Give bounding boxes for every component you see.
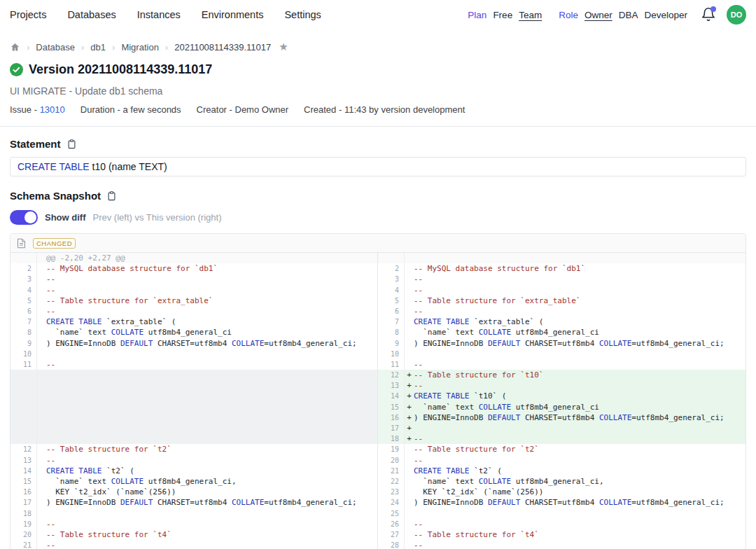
role-dba[interactable]: DBA [619,10,638,20]
show-diff-label: Show diff [45,212,86,223]
diff-row: 20-- [378,455,746,466]
diff-pane-current: 2-- MySQL database structure for `db1`3-… [378,253,746,549]
diff-row: 9) ENGINE=InnoDB DEFAULT CHARSET=utf8mb4… [378,338,746,349]
diff-row: 8 `name` text COLLATE utf8mb4_general_ci [10,327,377,338]
diff-row: 11-- [378,359,746,370]
diff-row: 12+-- Table structure for `t10` [378,370,746,380]
meta-created: Created - 11:43 by version development [304,104,465,115]
issue-label: Issue - [10,104,37,115]
breadcrumb-database[interactable]: Database [36,42,75,53]
diff-row: 17) ENGINE=InnoDB DEFAULT CHARSET=utf8mb… [10,497,377,508]
diff-row: 21-- [10,540,377,549]
diff-row: 19-- Table structure for `t2` [378,444,746,454]
diff-row: 21CREATE TABLE `t2` ( [378,466,746,476]
nav-item-settings[interactable]: Settings [284,9,321,20]
diff-row: 10 [378,349,746,359]
sql-keyword: CREATE TABLE [18,161,90,172]
breadcrumb-separator: › [112,42,115,53]
diff-filler-row [10,370,377,444]
copy-schema-icon[interactable] [106,190,117,202]
home-icon[interactable] [10,42,20,53]
diff-row: 19-- [10,519,377,529]
schema-snapshot-heading: Schema Snapshot [10,190,101,202]
diff-hint: Prev (left) vs This version (right) [93,212,222,223]
sql-rest: t10 (name TEXT) [90,161,167,172]
diff-row: 6-- [10,306,377,317]
diff-row: 4-- [378,285,746,296]
schema-diff-viewer: CHANGED @@ -2,20 +2,27 @@2-- MySQL datab… [10,233,746,549]
diff-row: 11-- [10,359,377,370]
issue-link[interactable]: 13010 [40,104,65,115]
migration-meta: Issue - 13010 Duration - a few seconds C… [10,104,746,115]
diff-row: 25 [378,508,746,519]
nav-item-environments[interactable]: Environments [202,9,264,20]
diff-row: 12-- Table structure for `t2` [10,444,377,454]
diff-row: 6-- [378,306,746,317]
diff-row: 14+CREATE TABLE `t10` ( [378,391,746,401]
diff-row: 3-- [378,274,746,284]
diff-row: 28-- [378,540,746,549]
diff-row: 17+ [378,423,746,433]
diff-row: 13+-- [378,380,746,391]
nav-item-projects[interactable]: Projects [10,9,46,20]
diff-row: 2-- MySQL database structure for `db1` [378,263,746,274]
breadcrumb: › Database › db1 › Migration › 202110081… [10,41,746,53]
changed-badge: CHANGED [33,238,76,249]
diff-row: 16 KEY `t2_idx` (`name`(256)) [10,487,377,497]
copy-statement-icon[interactable] [66,139,77,150]
user-avatar[interactable]: DO [727,5,746,25]
diff-row: 15 `name` text COLLATE utf8mb4_general_c… [10,476,377,487]
diff-row: 15+ `name` text COLLATE utf8mb4_general_… [378,402,746,412]
breadcrumb-migration[interactable]: Migration [121,42,158,53]
diff-row: 14CREATE TABLE `t2` ( [10,466,377,476]
diff-row: 8 `name` text COLLATE utf8mb4_general_ci [378,327,746,338]
diff-panes: @@ -2,20 +2,27 @@2-- MySQL database stru… [10,253,746,549]
diff-row: 10 [10,349,377,359]
notification-dot [710,6,716,12]
diff-row: 20-- Table structure for `t4` [10,529,377,540]
migration-subtitle: UI MIGRATE - Update db1 schema [10,85,746,97]
diff-row: 2-- MySQL database structure for `db1` [10,263,377,274]
notifications-bell-icon[interactable] [701,7,716,22]
success-check-icon [10,63,23,76]
diff-pane-previous: @@ -2,20 +2,27 @@2-- MySQL database stru… [10,253,378,549]
account-area: Plan Free Team Role Owner DBA Developer … [468,5,746,25]
show-diff-toggle[interactable] [10,210,38,225]
favorite-star-icon[interactable]: ★ [279,41,288,53]
diff-row: 18 [10,508,377,519]
breadcrumb-db1[interactable]: db1 [90,42,106,53]
diff-header: CHANGED [10,234,746,253]
statement-heading: Statement [10,138,61,150]
diff-row: 26-- [378,519,746,529]
nav-item-databases[interactable]: Databases [67,9,115,20]
diff-row: @@ -2,20 +2,27 @@ [10,253,377,263]
section-divider [0,126,756,127]
nav-item-instances[interactable]: Instances [137,9,181,20]
diff-row: 5-- Table structure for `extra_table` [378,296,746,306]
diff-row: 16+) ENGINE=InnoDB DEFAULT CHARSET=utf8m… [378,412,746,423]
diff-row: 23 KEY `t2_idx` (`name`(256)) [378,487,746,497]
role-label: Role [559,10,578,20]
breadcrumb-separator: › [81,42,84,53]
toggle-knob [24,211,36,223]
meta-issue: Issue - 13010 [10,104,65,115]
breadcrumb-version: 20211008114339.11017 [174,42,271,53]
diff-row: 18+-- [378,433,746,444]
diff-row: 24) ENGINE=InnoDB DEFAULT CHARSET=utf8mb… [378,497,746,508]
diff-row: 9) ENGINE=InnoDB DEFAULT CHARSET=utf8mb4… [10,338,377,349]
top-nav-bar: Projects Databases Instances Environment… [0,0,756,29]
diff-row: 13-- [10,455,377,466]
diff-row: 7CREATE TABLE `extra_table` ( [378,317,746,327]
diff-row [378,253,746,263]
diff-row: 5-- Table structure for `extra_table` [10,296,377,306]
file-icon [17,238,26,249]
meta-creator: Creator - Demo Owner [197,104,288,115]
meta-duration: Duration - a few seconds [80,104,181,115]
breadcrumb-separator: › [27,42,29,53]
plan-label: Plan [468,10,486,20]
main-nav: Projects Databases Instances Environment… [10,9,321,20]
plan-upgrade-link[interactable]: Team [519,10,542,20]
role-owner-link[interactable]: Owner [584,10,612,20]
breadcrumb-separator: › [165,42,168,53]
role-developer[interactable]: Developer [644,10,687,20]
